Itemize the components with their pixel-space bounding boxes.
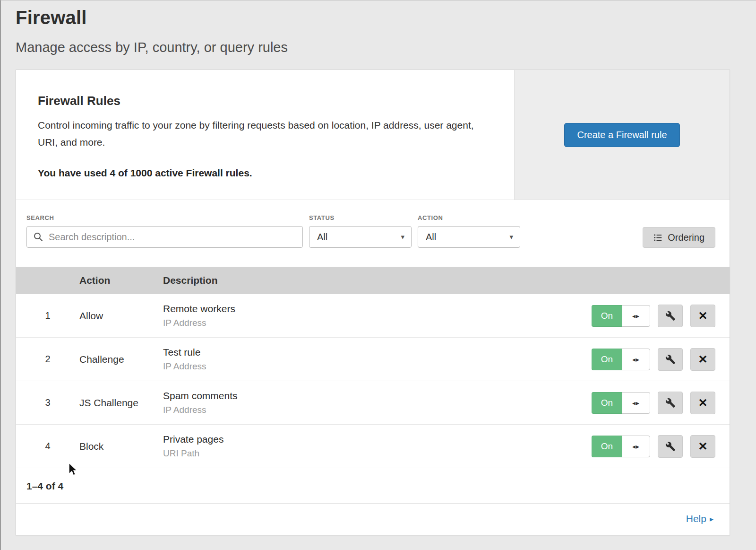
rule-action: Challenge <box>79 354 163 365</box>
action-column-header: Action <box>79 275 163 286</box>
table-row: 4 Block Private pages URI Path On ◂▸ ✕ <box>16 425 730 468</box>
toggle-arrows-icon[interactable]: ◂▸ <box>622 349 650 370</box>
search-icon <box>33 232 43 242</box>
rule-match-type: IP Address <box>163 318 583 328</box>
create-firewall-rule-button[interactable]: Create a Firewall rule <box>564 123 679 147</box>
close-icon: ✕ <box>698 397 707 409</box>
action-label: Action <box>418 214 520 221</box>
rule-priority: 4 <box>16 441 79 452</box>
search-filter: Search <box>26 214 303 248</box>
rule-enabled-toggle[interactable]: On ◂▸ <box>592 305 650 327</box>
ordering-button[interactable]: Ordering <box>643 227 715 248</box>
edit-rule-button[interactable] <box>658 435 683 458</box>
pagination-summary: 1–4 of 4 <box>16 468 730 504</box>
page-subtitle: Manage access by IP, country, or query r… <box>16 40 741 55</box>
rule-enabled-toggle[interactable]: On ◂▸ <box>592 392 650 414</box>
action-selected-value: All <box>426 232 436 243</box>
toggle-on-label[interactable]: On <box>592 305 622 327</box>
rule-description: Private pages URI Path <box>163 434 583 459</box>
rule-description-title: Remote workers <box>163 303 583 314</box>
rule-description: Spam comments IP Address <box>163 390 583 415</box>
rule-priority: 3 <box>16 397 79 408</box>
search-label: Search <box>26 214 303 221</box>
toggle-on-label[interactable]: On <box>592 349 622 370</box>
search-input[interactable] <box>26 226 303 248</box>
chevron-down-icon: ▾ <box>401 233 404 241</box>
filters-bar: Search Status All ▾ Action All ▾ <box>16 200 730 267</box>
rule-controls: On ◂▸ ✕ <box>583 348 730 371</box>
chevron-down-icon: ▾ <box>509 233 513 241</box>
card-footer: Help ▸ <box>16 504 730 535</box>
status-label: Status <box>309 214 412 221</box>
delete-rule-button[interactable]: ✕ <box>690 392 715 414</box>
rule-action: JS Challenge <box>79 397 163 409</box>
mouse-cursor <box>68 463 78 477</box>
wrench-icon <box>665 311 676 321</box>
page-header: Firewall Manage access by IP, country, o… <box>1 0 756 55</box>
table-row: 2 Challenge Test rule IP Address On ◂▸ ✕ <box>16 338 730 381</box>
rule-priority: 2 <box>16 354 79 365</box>
rule-controls: On ◂▸ ✕ <box>583 305 730 327</box>
rule-match-type: URI Path <box>163 448 583 459</box>
close-icon: ✕ <box>698 310 707 322</box>
edit-rule-button[interactable] <box>658 348 683 371</box>
action-filter: Action All ▾ <box>418 214 520 248</box>
delete-rule-button[interactable]: ✕ <box>690 305 715 327</box>
ordering-list-icon <box>653 233 662 242</box>
toggle-arrows-icon[interactable]: ◂▸ <box>622 305 650 327</box>
toggle-on-label[interactable]: On <box>592 436 622 457</box>
rule-description-title: Private pages <box>163 434 583 445</box>
status-filter: Status All ▾ <box>309 214 412 248</box>
card-header: Firewall Rules Control incoming traffic … <box>16 70 730 200</box>
card-title: Firewall Rules <box>38 94 495 108</box>
card-header-text: Firewall Rules Control incoming traffic … <box>16 70 514 200</box>
table-row: 3 JS Challenge Spam comments IP Address … <box>16 381 730 425</box>
rule-description: Remote workers IP Address <box>163 303 583 328</box>
close-icon: ✕ <box>698 354 707 365</box>
rule-enabled-toggle[interactable]: On ◂▸ <box>592 349 650 370</box>
firewall-rules-card: Firewall Rules Control incoming traffic … <box>16 70 730 535</box>
help-link-label: Help <box>686 513 706 524</box>
help-link[interactable]: Help ▸ <box>686 513 713 524</box>
ordering-button-label: Ordering <box>668 232 704 243</box>
edit-rule-button[interactable] <box>658 392 683 414</box>
toggle-arrows-icon[interactable]: ◂▸ <box>622 392 650 414</box>
card-description: Control incoming traffic to your zone by… <box>38 117 487 150</box>
rule-enabled-toggle[interactable]: On ◂▸ <box>592 436 650 457</box>
usage-summary: You have used 4 of 1000 active Firewall … <box>38 167 495 179</box>
description-column-header: Description <box>163 275 583 286</box>
wrench-icon <box>665 354 676 365</box>
table-row: 1 Allow Remote workers IP Address On ◂▸ … <box>16 294 730 338</box>
wrench-icon <box>665 441 676 452</box>
rule-match-type: IP Address <box>163 361 583 372</box>
delete-rule-button[interactable]: ✕ <box>690 435 715 458</box>
delete-rule-button[interactable]: ✕ <box>690 348 715 371</box>
toggle-on-label[interactable]: On <box>592 392 622 414</box>
rule-description: Test rule IP Address <box>163 347 583 372</box>
table-header: Action Description <box>16 267 730 294</box>
status-selected-value: All <box>317 232 327 243</box>
rule-match-type: IP Address <box>163 405 583 415</box>
toggle-arrows-icon[interactable]: ◂▸ <box>622 436 650 457</box>
rule-priority: 1 <box>16 310 79 321</box>
card-header-action-panel: Create a Firewall rule <box>514 70 730 200</box>
rule-description-title: Test rule <box>163 347 583 358</box>
rule-action: Block <box>79 441 163 452</box>
status-select[interactable]: All ▾ <box>309 226 412 248</box>
action-select[interactable]: All ▾ <box>418 226 520 248</box>
help-arrow-icon: ▸ <box>710 515 713 524</box>
close-icon: ✕ <box>698 441 707 452</box>
rule-description-title: Spam comments <box>163 390 583 402</box>
rule-controls: On ◂▸ ✕ <box>583 392 730 414</box>
rule-controls: On ◂▸ ✕ <box>583 435 730 458</box>
page-title: Firewall <box>16 7 741 28</box>
rule-action: Allow <box>79 310 163 322</box>
wrench-icon <box>665 398 676 408</box>
edit-rule-button[interactable] <box>658 305 683 327</box>
